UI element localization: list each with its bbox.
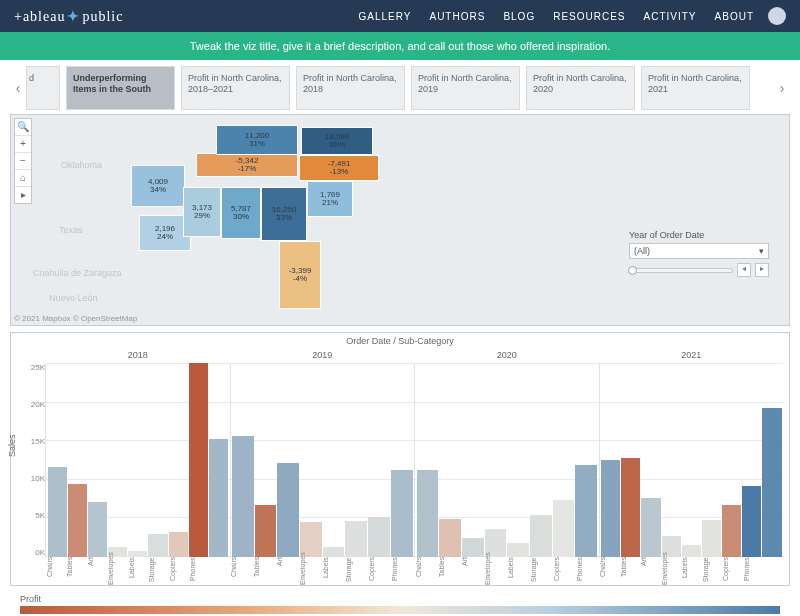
state-tennessee[interactable]: -5,342-17%: [196, 153, 298, 177]
bar-2019-Copiers[interactable]: [368, 517, 390, 557]
story-tab-nc-2021[interactable]: Profit in North Carolina, 2021: [641, 66, 750, 110]
bar-2018-Chairs[interactable]: [48, 467, 67, 557]
logo-plus-icon: ✦: [67, 9, 80, 24]
state-alabama[interactable]: 5,78730%: [221, 187, 261, 239]
bar-2020-Tables[interactable]: [439, 519, 461, 557]
bar-2019-Labels[interactable]: [323, 547, 345, 557]
bar-2021-Tables[interactable]: [621, 458, 640, 557]
xcat-label: Tables: [620, 557, 640, 585]
story-tab-nc-2019[interactable]: Profit in North Carolina, 2019: [411, 66, 520, 110]
xcat-label: Chairs: [46, 557, 66, 585]
xcat-label: Storage: [530, 557, 552, 585]
avatar[interactable]: [768, 7, 786, 25]
year-label: 2021: [600, 350, 784, 360]
bar-2020-Art[interactable]: [462, 538, 484, 557]
xcat-label: Copiers: [722, 557, 742, 585]
story-next-button[interactable]: ›: [774, 66, 790, 110]
year-label: 2020: [415, 350, 599, 360]
state-virginia[interactable]: 18,59826%: [301, 127, 373, 155]
map-zoom-in[interactable]: +: [15, 136, 31, 153]
bar-2018-Tables[interactable]: [68, 484, 87, 557]
year-label: 2018: [46, 350, 230, 360]
map-credit: © 2021 Mapbox © OpenStreetMap: [14, 314, 137, 323]
bar-2018-extra[interactable]: [209, 439, 228, 557]
bar-2018-Art[interactable]: [88, 502, 107, 557]
bar-2020-Chairs[interactable]: [417, 470, 439, 557]
bar-2019-Storage[interactable]: [345, 521, 367, 557]
map-search-icon[interactable]: 🔍: [15, 119, 31, 136]
story-tab-partial[interactable]: d: [26, 66, 60, 110]
bar-2019-Phones[interactable]: [391, 470, 413, 557]
xcat-label: Phones: [189, 557, 209, 585]
nav-activity[interactable]: ACTIVITY: [644, 11, 697, 22]
state-south-carolina[interactable]: 1,76921%: [307, 181, 353, 217]
story-tab-nc-all[interactable]: Profit in North Carolina, 2018–2021: [181, 66, 290, 110]
map-panel[interactable]: 🔍 + − ⌂ ▸ Oklahoma Texas Coahuila de Zar…: [10, 114, 790, 326]
story-tab-nc-2020[interactable]: Profit in North Carolina, 2020: [526, 66, 635, 110]
state-kentucky[interactable]: 11,20031%: [216, 125, 298, 155]
xcat-label: Envelopes: [299, 557, 321, 585]
slider-knob[interactable]: [628, 266, 637, 275]
xcat-label: Tables: [438, 557, 460, 585]
story-prev-button[interactable]: ‹: [10, 66, 26, 110]
bar-2021-Copiers[interactable]: [722, 505, 741, 557]
xcat-label: Envelopes: [661, 557, 681, 585]
bar-2020-Storage[interactable]: [530, 515, 552, 557]
state-georgia[interactable]: 16,25033%: [261, 187, 307, 241]
nav-about[interactable]: ABOUT: [715, 11, 754, 22]
xcat-label: Storage: [345, 557, 367, 585]
xcat-label: Copiers: [553, 557, 575, 585]
story-tab-underperforming[interactable]: ↻ Underperforming Items in the South: [66, 66, 175, 110]
xcat-label: Labels: [128, 557, 148, 585]
bar-2020-Copiers[interactable]: [553, 500, 575, 558]
logo[interactable]: +ableau✦public: [14, 8, 123, 25]
state-arkansas[interactable]: 4,00934%: [131, 165, 185, 207]
story-tab-nc-2018[interactable]: Profit in North Carolina, 2018: [296, 66, 405, 110]
bar-2018-Copiers[interactable]: [169, 532, 188, 557]
bar-2018-Phones[interactable]: [189, 363, 208, 557]
year-filter-slider[interactable]: ◂ ▸: [629, 263, 769, 277]
xcat-label: Chairs: [230, 557, 252, 585]
xcat-label: Storage: [702, 557, 722, 585]
profit-gradient: -$3,908 $4,308: [20, 606, 780, 614]
bar-2021-Storage[interactable]: [702, 520, 721, 557]
story-tabs: ‹ d ↻ Underperforming Items in the South…: [0, 60, 800, 114]
bar-2021-Phones[interactable]: [742, 486, 761, 557]
bar-2021-Chairs[interactable]: [601, 460, 620, 557]
nav-gallery[interactable]: GALLERY: [359, 11, 412, 22]
bar-2019-Art[interactable]: [277, 463, 299, 557]
bar-2020-Phones[interactable]: [575, 465, 597, 557]
year-filter-dropdown[interactable]: (All) ▾: [629, 243, 769, 259]
map-background: [11, 115, 789, 325]
state-north-carolina[interactable]: -7,491-13%: [299, 155, 379, 181]
bar-plot[interactable]: 2018201920202021: [45, 363, 783, 557]
nav-blog[interactable]: BLOG: [503, 11, 535, 22]
bar-2019-Chairs[interactable]: [232, 436, 254, 557]
logo-right: public: [82, 9, 123, 24]
year-next-button[interactable]: ▸: [755, 263, 769, 277]
bar-yticks: 25K20K15K10K5K0K: [25, 363, 45, 557]
nav-links: GALLERY AUTHORS BLOG RESOURCES ACTIVITY …: [359, 11, 754, 22]
bar-2020-Labels[interactable]: [507, 543, 529, 557]
xcat-label: Copiers: [169, 557, 189, 585]
bar-2018-Storage[interactable]: [148, 534, 167, 557]
map-play-icon[interactable]: ▸: [15, 187, 31, 203]
bar-title: Order Date / Sub-Category: [11, 333, 789, 349]
bar-xcats: ChairsTablesArtEnvelopesLabelsStorageCop…: [45, 557, 783, 585]
map-home-icon[interactable]: ⌂: [15, 170, 31, 187]
map-zoom-out[interactable]: −: [15, 153, 31, 170]
state-mississippi[interactable]: 3,17329%: [183, 187, 221, 237]
bar-2021-extra[interactable]: [762, 408, 781, 557]
nav-resources[interactable]: RESOURCES: [553, 11, 625, 22]
profit-legend-title: Profit: [20, 594, 780, 604]
refresh-icon[interactable]: ↻: [69, 66, 77, 68]
bar-2019-Tables[interactable]: [255, 505, 277, 557]
bar-2021-Labels[interactable]: [682, 545, 701, 557]
year-group-2018: 2018: [45, 363, 230, 557]
year-prev-button[interactable]: ◂: [737, 263, 751, 277]
xcat-label: Art: [640, 557, 660, 585]
nav-authors[interactable]: AUTHORS: [429, 11, 485, 22]
state-florida[interactable]: -3,399-4%: [279, 241, 321, 309]
bar-2021-Art[interactable]: [641, 498, 660, 557]
xcat-label: Chairs: [599, 557, 619, 585]
